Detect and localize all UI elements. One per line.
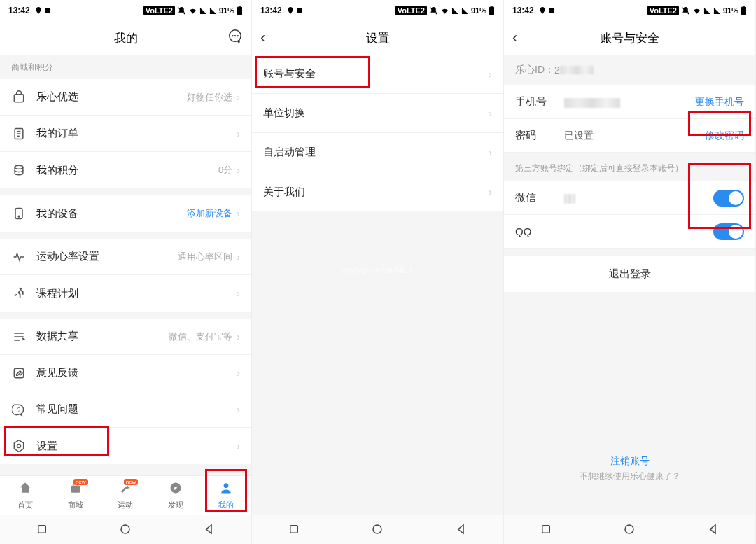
status-time: 13:42 <box>512 6 534 15</box>
svg-rect-33 <box>290 526 298 533</box>
tab-home[interactable]: 首页 <box>0 476 50 515</box>
chevron-right-icon: › <box>237 368 240 379</box>
page-title: 我的 <box>114 30 138 46</box>
chevron-right-icon: › <box>237 165 240 176</box>
nav-back-icon[interactable] <box>455 523 468 536</box>
row-value: 添加新设备 <box>187 207 232 220</box>
status-app-icons <box>34 6 52 15</box>
tab-label: 我的 <box>218 500 234 510</box>
cancel-account-title: 注销账号 <box>504 455 755 468</box>
share-icon <box>11 329 27 344</box>
row-value: 通用心率区间 <box>178 251 232 263</box>
tab-label: 发现 <box>168 500 183 510</box>
battery-text: 91% <box>471 6 486 15</box>
signal-icon-2 <box>209 7 217 15</box>
status-bar: 13:42 VoLTE2 91% <box>504 0 755 21</box>
android-navbar <box>252 515 503 544</box>
back-button[interactable]: ‹ <box>512 29 517 47</box>
svg-point-34 <box>373 525 382 533</box>
page-title: 账号与安全 <box>600 30 659 46</box>
svg-rect-31 <box>489 7 494 15</box>
svg-point-15 <box>18 216 20 217</box>
row-label: 意见反馈 <box>36 366 237 379</box>
qq-toggle[interactable] <box>713 223 744 240</box>
nav-recent-icon[interactable] <box>36 523 48 536</box>
svg-point-13 <box>15 165 23 169</box>
tabbar: 首页 new 商城 new 运动 发现 我的 <box>0 475 251 515</box>
wifi-icon <box>440 6 449 15</box>
row-label: 单位切换 <box>263 106 489 120</box>
row-share[interactable]: 数据共享 微信、支付宝等 › <box>0 319 251 355</box>
svg-rect-2 <box>237 7 242 15</box>
row-settings[interactable]: 设置 › <box>0 428 251 464</box>
pwd-label: 密码 <box>515 129 564 142</box>
svg-marker-22 <box>14 440 23 452</box>
bell-off-icon <box>681 6 690 15</box>
chevron-right-icon: › <box>489 69 492 80</box>
chevron-right-icon: › <box>237 251 240 263</box>
faq-icon: ? <box>11 402 27 417</box>
row-points[interactable]: 我的积分 0分 › <box>0 152 251 188</box>
nav-back-icon[interactable] <box>707 523 720 536</box>
chevron-right-icon: › <box>237 440 240 452</box>
nav-home-icon[interactable] <box>119 523 132 536</box>
svg-rect-27 <box>38 526 46 533</box>
svg-rect-38 <box>743 6 746 7</box>
screen-settings: 13:42 VoLTE2 91% ‹ 设置 账号与安全 › 单位切换 <box>252 0 504 544</box>
id-label: 乐心ID： <box>515 64 554 76</box>
nav-recent-icon[interactable] <box>540 523 552 536</box>
svg-point-16 <box>20 288 22 290</box>
row-orders[interactable]: 我的订单 › <box>0 116 251 152</box>
row-qq: QQ <box>504 215 755 249</box>
message-icon[interactable] <box>227 29 243 48</box>
logout-button[interactable]: 退出登录 <box>504 256 755 292</box>
nav-home-icon[interactable] <box>623 523 636 536</box>
section-mall-points: 商城和积分 <box>0 55 251 79</box>
header: ‹ 账号与安全 <box>504 21 755 55</box>
pwd-value: 已设置 <box>564 130 705 142</box>
nav-recent-icon[interactable] <box>288 523 300 536</box>
row-units[interactable]: 单位切换 › <box>252 94 503 133</box>
row-feedback[interactable]: 意见反馈 › <box>0 355 251 391</box>
svg-rect-35 <box>549 8 554 13</box>
wechat-value-blurred <box>564 194 575 204</box>
row-label: 乐心优选 <box>36 90 187 104</box>
status-bar: 13:42 VoLTE2 91% <box>0 0 251 21</box>
wifi-icon <box>188 6 197 15</box>
tab-sport[interactable]: new 运动 <box>101 476 151 515</box>
svg-rect-37 <box>741 7 746 15</box>
nav-back-icon[interactable] <box>203 523 216 536</box>
nav-home-icon[interactable] <box>371 523 384 536</box>
row-shop[interactable]: 乐心优选 好物任你选 › <box>0 79 251 116</box>
row-account-security[interactable]: 账号与安全 › <box>252 55 503 94</box>
row-course[interactable]: 课程计划 › <box>0 275 251 312</box>
svg-rect-0 <box>45 8 50 13</box>
signal-icon-2 <box>461 7 469 15</box>
row-heartrate[interactable]: 运动心率设置 通用心率区间 › <box>0 239 251 275</box>
screen-account-security: 13:42 VoLTE2 91% ‹ 账号与安全 乐心ID： 2 手机号 <box>504 0 756 544</box>
svg-point-40 <box>625 525 634 533</box>
wechat-toggle[interactable] <box>713 190 744 207</box>
row-autostart[interactable]: 自启动管理 › <box>252 133 503 172</box>
cancel-account[interactable]: 注销账号 不想继续使用乐心健康了？ <box>504 455 755 482</box>
run-icon <box>11 286 27 301</box>
row-value: 0分 <box>218 164 232 176</box>
row-devices[interactable]: 我的设备 添加新设备 › <box>0 195 251 232</box>
svg-point-6 <box>235 35 236 36</box>
third-party-header: 第三方账号绑定（绑定后可直接登录本账号） <box>504 153 755 181</box>
wifi-icon <box>692 6 701 15</box>
volte-badge: VoLTE2 <box>144 6 175 15</box>
change-phone-button[interactable]: 更换手机号 <box>695 96 744 109</box>
tab-discover[interactable]: 发现 <box>150 476 201 515</box>
row-phone: 手机号 更换手机号 <box>504 85 755 119</box>
tab-mall[interactable]: new 商城 <box>50 476 101 515</box>
qq-label: QQ <box>515 225 564 237</box>
row-about[interactable]: 关于我们 › <box>252 172 503 211</box>
back-button[interactable]: ‹ <box>260 29 265 47</box>
change-password-button[interactable]: 修改密码 <box>705 130 744 142</box>
chevron-right-icon: › <box>237 208 240 219</box>
row-value: 好物任你选 <box>187 91 232 104</box>
volte-badge: VoLTE2 <box>648 6 679 15</box>
tab-mine[interactable]: 我的 <box>201 476 251 515</box>
row-faq[interactable]: ? 常见问题 › <box>0 391 251 428</box>
